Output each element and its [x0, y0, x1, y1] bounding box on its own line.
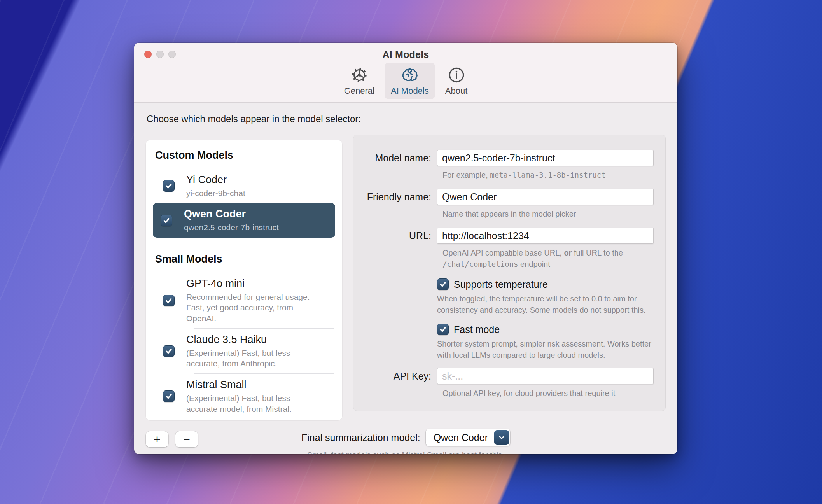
url-input[interactable]: [437, 228, 654, 244]
checkbox-checked[interactable]: [163, 345, 175, 357]
summary-model-value: Qwen Coder: [426, 432, 494, 443]
model-name: Mistral Small: [186, 378, 322, 392]
section-title: Small Models: [155, 253, 335, 265]
url-label: URL:: [361, 228, 431, 242]
tab-ai-models[interactable]: AI Models: [385, 63, 435, 99]
toolbar-tabs: General AI Models: [134, 63, 677, 102]
checkbox-checked[interactable]: [161, 215, 172, 226]
minimize-button[interactable]: [156, 51, 164, 58]
api-key-input[interactable]: [437, 368, 654, 384]
api-key-label: API Key:: [361, 368, 431, 382]
fast-mode-row[interactable]: Fast mode: [437, 324, 654, 335]
close-button[interactable]: [144, 51, 152, 58]
settings-window: AI Models General: [134, 43, 677, 454]
friendly-name-help: Name that appears in the model picker: [442, 208, 654, 220]
divider: [155, 166, 335, 166]
list-item-gpt4o-mini[interactable]: GPT-4o mini Recommended for general usag…: [155, 273, 335, 329]
list-item-mistral-small[interactable]: Mistral Small (Experimental) Fast, but l…: [155, 374, 335, 419]
list-item-qwen-coder-selected[interactable]: Qwen Coder qwen2.5-coder-7b-instruct: [153, 203, 335, 237]
model-name: Claude 3.5 Haiku: [186, 333, 322, 346]
model-name-input[interactable]: [437, 150, 654, 166]
tab-about[interactable]: About: [439, 63, 474, 99]
fast-mode-help: Shorter system prompt, simpler risk asse…: [437, 338, 654, 361]
chevron-down-icon: [494, 430, 509, 445]
checkbox-checked[interactable]: [437, 324, 449, 335]
summary-model-label: Final summarization model:: [301, 432, 420, 443]
remove-model-button[interactable]: −: [175, 431, 198, 447]
footer: + − Final summarization model: Qwen Code…: [146, 429, 666, 454]
divider: [155, 270, 335, 270]
info-icon: [448, 66, 465, 84]
url-help: OpenAI API compatible base URL, or full …: [442, 247, 654, 270]
checkbox-checked[interactable]: [437, 278, 449, 290]
supports-temperature-help: When toggled, the temperature will be se…: [437, 293, 654, 316]
brain-icon: [401, 66, 419, 84]
tab-about-label: About: [445, 86, 468, 96]
model-name-help: For example, meta-llama-3.1-8b-instruct: [442, 170, 654, 181]
content-area: Choose which models appear in the model …: [134, 103, 677, 454]
section-title: Custom Models: [155, 149, 335, 161]
section-custom-models: Custom Models Yi Coder yi-coder-9b-chat: [155, 149, 335, 238]
section-small-models: Small Models GPT-4o mini Recommended for…: [155, 253, 335, 419]
traffic-lights: [144, 51, 176, 58]
friendly-name-input[interactable]: [437, 189, 654, 205]
model-name-label: Model name:: [361, 150, 431, 164]
api-key-help: Optional API key, for cloud providers th…: [442, 388, 654, 399]
model-detail-panel: Model name: For example, meta-llama-3.1-…: [353, 135, 666, 411]
supports-temperature-row[interactable]: Supports temperature: [437, 278, 654, 290]
summary-model-select[interactable]: Qwen Coder: [426, 429, 510, 446]
zoom-button[interactable]: [168, 51, 176, 58]
model-desc: (Experimental) Fast, but less accurate, …: [186, 348, 322, 369]
model-desc: yi-coder-9b-chat: [186, 188, 322, 199]
list-item-claude-haiku[interactable]: Claude 3.5 Haiku (Experimental) Fast, bu…: [155, 329, 335, 374]
window-title: AI Models: [134, 49, 677, 60]
fast-mode-label: Fast mode: [454, 324, 500, 335]
supports-temperature-label: Supports temperature: [454, 279, 548, 290]
model-name: GPT-4o mini: [186, 277, 322, 290]
tab-ai-models-label: AI Models: [391, 86, 429, 96]
tab-general[interactable]: General: [338, 63, 381, 99]
page-heading: Choose which models appear in the model …: [147, 114, 666, 124]
titlebar: AI Models General: [134, 43, 677, 103]
friendly-name-label: Friendly name:: [361, 189, 431, 203]
model-desc: (Experimental) Fast, but less accurate m…: [186, 393, 322, 414]
model-list: Custom Models Yi Coder yi-coder-9b-chat: [146, 140, 342, 420]
checkbox-checked[interactable]: [163, 390, 175, 402]
model-name: Yi Coder: [186, 173, 322, 187]
checkbox-checked[interactable]: [163, 295, 175, 306]
add-model-button[interactable]: +: [146, 431, 168, 447]
checkbox-checked[interactable]: [163, 180, 175, 192]
tab-general-label: General: [344, 86, 374, 96]
list-item-yi-coder[interactable]: Yi Coder yi-coder-9b-chat: [155, 169, 335, 203]
gear-icon: [350, 66, 368, 84]
model-desc: qwen2.5-coder-7b-instruct: [184, 222, 320, 233]
model-name: Qwen Coder: [184, 208, 320, 221]
model-desc: Recommended for general usage: Fast, yet…: [186, 292, 322, 324]
summary-note: Small, fast models such as Mistral Small…: [146, 451, 666, 454]
